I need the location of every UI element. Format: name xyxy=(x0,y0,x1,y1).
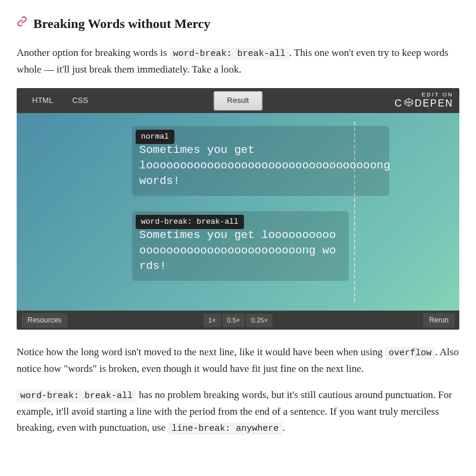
tab-result[interactable]: Result xyxy=(214,91,263,111)
permalink-icon[interactable] xyxy=(17,15,27,32)
text: . xyxy=(283,422,285,433)
paragraph: Another option for breaking words is wor… xyxy=(17,45,459,77)
rerun-button[interactable]: Rerun xyxy=(423,313,455,328)
demo-label: word-break: break-all xyxy=(136,215,244,229)
text: Notice how the long word isn't moved to … xyxy=(17,346,385,358)
inline-code: word-break: break-all xyxy=(17,390,136,402)
codepen-bottombar: Resources 1× 0.5× 0.25× Rerun xyxy=(17,311,459,330)
codepen-result-canvas: normal Sometimes you get loooooooooooooo… xyxy=(17,113,459,311)
demo-label: normal xyxy=(136,130,174,144)
demo-text: Sometimes you get looooooooooooooooooooo… xyxy=(139,143,390,187)
demo-box-normal: normal Sometimes you get loooooooooooooo… xyxy=(132,126,389,196)
inline-code: word-break: break-all xyxy=(170,48,289,60)
demo-text: Sometimes you get looooooooooooooooooooo… xyxy=(139,228,336,272)
zoom-0.25x-button[interactable]: 0.25× xyxy=(246,314,273,328)
demo-box-breakall: word-break: break-all Sometimes you get … xyxy=(132,211,349,281)
codepen-logo-icon xyxy=(404,98,414,109)
paragraph: word-break: break-all has no problem bre… xyxy=(17,387,459,436)
inline-code: line-break: anywhere xyxy=(168,422,282,435)
resources-button[interactable]: Resources xyxy=(21,313,67,328)
zoom-controls: 1× 0.5× 0.25× xyxy=(203,314,273,328)
tab-css[interactable]: CSS xyxy=(62,90,98,112)
text: Another option for breaking words is xyxy=(17,47,170,58)
paragraph: Notice how the long word isn't moved to … xyxy=(17,344,459,377)
codepen-brand: CDEPEN xyxy=(394,98,453,109)
codepen-embed: HTML CSS Result EDIT ON CDEPEN normal So… xyxy=(17,88,459,330)
tab-html[interactable]: HTML xyxy=(23,90,62,112)
edit-on-label: EDIT ON xyxy=(394,92,453,98)
codepen-topbar: HTML CSS Result EDIT ON CDEPEN xyxy=(17,88,459,113)
inline-code: overflow xyxy=(385,347,435,359)
zoom-0.5x-button[interactable]: 0.5× xyxy=(222,314,245,328)
section-heading: Breaking Words without Mercy xyxy=(33,13,211,34)
zoom-1x-button[interactable]: 1× xyxy=(203,314,221,328)
edit-on-codepen-link[interactable]: EDIT ON CDEPEN xyxy=(394,92,453,110)
